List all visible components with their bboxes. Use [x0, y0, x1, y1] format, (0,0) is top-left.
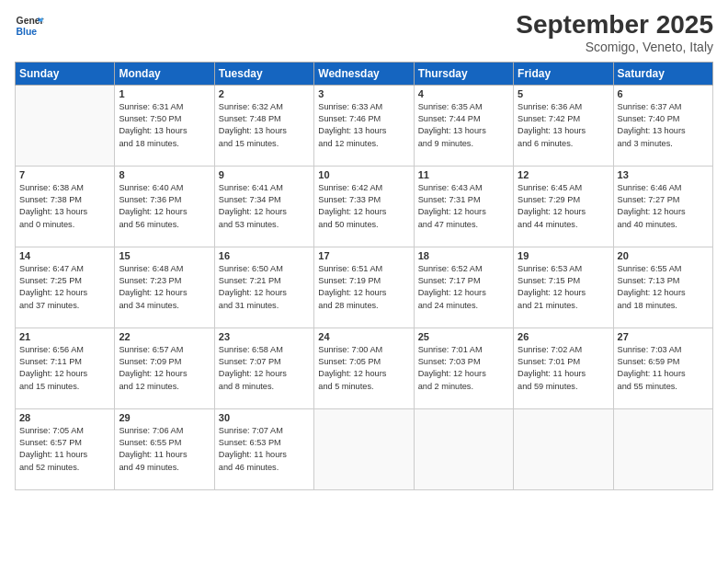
- table-row: [414, 408, 513, 489]
- day-info: Sunrise: 6:46 AM Sunset: 7:27 PM Dayligh…: [618, 182, 709, 231]
- calendar-week-row: 28Sunrise: 7:05 AM Sunset: 6:57 PM Dayli…: [16, 408, 713, 489]
- table-row: [314, 408, 414, 489]
- day-info: Sunrise: 6:36 AM Sunset: 7:42 PM Dayligh…: [518, 101, 609, 150]
- table-row: 18Sunrise: 6:52 AM Sunset: 7:17 PM Dayli…: [414, 247, 513, 327]
- month-title: September 2025: [516, 11, 713, 40]
- day-number: 14: [19, 250, 110, 261]
- day-number: 27: [618, 331, 709, 342]
- col-wednesday: Wednesday: [314, 62, 414, 85]
- day-info: Sunrise: 6:47 AM Sunset: 7:25 PM Dayligh…: [19, 263, 110, 312]
- day-number: 22: [119, 331, 210, 342]
- day-info: Sunrise: 6:33 AM Sunset: 7:46 PM Dayligh…: [318, 101, 409, 150]
- day-info: Sunrise: 7:03 AM Sunset: 6:59 PM Dayligh…: [618, 344, 709, 393]
- table-row: 8Sunrise: 6:40 AM Sunset: 7:36 PM Daylig…: [115, 166, 214, 247]
- day-number: 20: [618, 250, 709, 261]
- table-row: 26Sunrise: 7:02 AM Sunset: 7:01 PM Dayli…: [514, 327, 613, 408]
- day-info: Sunrise: 6:58 AM Sunset: 7:07 PM Dayligh…: [219, 344, 310, 393]
- day-info: Sunrise: 6:31 AM Sunset: 7:50 PM Dayligh…: [119, 101, 210, 150]
- table-row: 15Sunrise: 6:48 AM Sunset: 7:23 PM Dayli…: [115, 247, 214, 327]
- day-info: Sunrise: 7:02 AM Sunset: 7:01 PM Dayligh…: [518, 344, 609, 393]
- day-info: Sunrise: 7:01 AM Sunset: 7:03 PM Dayligh…: [418, 344, 509, 393]
- col-tuesday: Tuesday: [214, 62, 313, 85]
- day-info: Sunrise: 7:00 AM Sunset: 7:05 PM Dayligh…: [318, 344, 409, 393]
- col-thursday: Thursday: [414, 62, 513, 85]
- day-info: Sunrise: 6:45 AM Sunset: 7:29 PM Dayligh…: [518, 182, 609, 231]
- table-row: 14Sunrise: 6:47 AM Sunset: 7:25 PM Dayli…: [16, 247, 115, 327]
- header: General Blue September 2025 Scomigo, Ven…: [15, 11, 713, 54]
- table-row: 3Sunrise: 6:33 AM Sunset: 7:46 PM Daylig…: [314, 85, 414, 166]
- day-info: Sunrise: 6:48 AM Sunset: 7:23 PM Dayligh…: [119, 263, 210, 312]
- table-row: 29Sunrise: 7:06 AM Sunset: 6:55 PM Dayli…: [115, 408, 214, 489]
- svg-text:Blue: Blue: [17, 27, 38, 37]
- day-info: Sunrise: 6:55 AM Sunset: 7:13 PM Dayligh…: [618, 263, 709, 312]
- col-saturday: Saturday: [613, 62, 712, 85]
- table-row: 28Sunrise: 7:05 AM Sunset: 6:57 PM Dayli…: [16, 408, 115, 489]
- calendar-week-row: 21Sunrise: 6:56 AM Sunset: 7:11 PM Dayli…: [16, 327, 713, 408]
- table-row: 11Sunrise: 6:43 AM Sunset: 7:31 PM Dayli…: [414, 166, 513, 247]
- col-friday: Friday: [514, 62, 613, 85]
- day-number: 26: [518, 331, 609, 342]
- day-number: 25: [418, 331, 509, 342]
- table-row: 9Sunrise: 6:41 AM Sunset: 7:34 PM Daylig…: [214, 166, 313, 247]
- day-number: 1: [119, 88, 210, 99]
- table-row: 5Sunrise: 6:36 AM Sunset: 7:42 PM Daylig…: [514, 85, 613, 166]
- day-info: Sunrise: 6:37 AM Sunset: 7:40 PM Dayligh…: [618, 101, 709, 150]
- day-number: 16: [219, 250, 310, 261]
- day-number: 8: [119, 169, 210, 180]
- day-info: Sunrise: 6:57 AM Sunset: 7:09 PM Dayligh…: [119, 344, 210, 393]
- day-number: 23: [219, 331, 310, 342]
- location: Scomigo, Veneto, Italy: [516, 40, 713, 54]
- day-number: 10: [318, 169, 409, 180]
- table-row: 13Sunrise: 6:46 AM Sunset: 7:27 PM Dayli…: [613, 166, 712, 247]
- day-number: 19: [518, 250, 609, 261]
- page: General Blue September 2025 Scomigo, Ven…: [0, 0, 728, 563]
- day-number: 7: [19, 169, 110, 180]
- day-number: 9: [219, 169, 310, 180]
- day-info: Sunrise: 7:06 AM Sunset: 6:55 PM Dayligh…: [119, 425, 210, 474]
- calendar-header-row: Sunday Monday Tuesday Wednesday Thursday…: [16, 62, 713, 85]
- day-number: 6: [618, 88, 709, 99]
- table-row: 4Sunrise: 6:35 AM Sunset: 7:44 PM Daylig…: [414, 85, 513, 166]
- table-row: 2Sunrise: 6:32 AM Sunset: 7:48 PM Daylig…: [214, 85, 313, 166]
- day-info: Sunrise: 6:50 AM Sunset: 7:21 PM Dayligh…: [219, 263, 310, 312]
- table-row: 10Sunrise: 6:42 AM Sunset: 7:33 PM Dayli…: [314, 166, 414, 247]
- day-number: 5: [518, 88, 609, 99]
- day-number: 3: [318, 88, 409, 99]
- calendar-week-row: 7Sunrise: 6:38 AM Sunset: 7:38 PM Daylig…: [16, 166, 713, 247]
- table-row: 27Sunrise: 7:03 AM Sunset: 6:59 PM Dayli…: [613, 327, 712, 408]
- day-number: 18: [418, 250, 509, 261]
- calendar-week-row: 1Sunrise: 6:31 AM Sunset: 7:50 PM Daylig…: [16, 85, 713, 166]
- table-row: 19Sunrise: 6:53 AM Sunset: 7:15 PM Dayli…: [514, 247, 613, 327]
- table-row: 20Sunrise: 6:55 AM Sunset: 7:13 PM Dayli…: [613, 247, 712, 327]
- day-info: Sunrise: 6:53 AM Sunset: 7:15 PM Dayligh…: [518, 263, 609, 312]
- table-row: [16, 85, 115, 166]
- table-row: 24Sunrise: 7:00 AM Sunset: 7:05 PM Dayli…: [314, 327, 414, 408]
- day-number: 28: [19, 412, 110, 423]
- table-row: 12Sunrise: 6:45 AM Sunset: 7:29 PM Dayli…: [514, 166, 613, 247]
- day-info: Sunrise: 6:41 AM Sunset: 7:34 PM Dayligh…: [219, 182, 310, 231]
- day-number: 4: [418, 88, 509, 99]
- table-row: 30Sunrise: 7:07 AM Sunset: 6:53 PM Dayli…: [214, 408, 313, 489]
- day-number: 21: [19, 331, 110, 342]
- title-block: September 2025 Scomigo, Veneto, Italy: [516, 11, 713, 54]
- day-number: 17: [318, 250, 409, 261]
- day-number: 11: [418, 169, 509, 180]
- table-row: 17Sunrise: 6:51 AM Sunset: 7:19 PM Dayli…: [314, 247, 414, 327]
- day-info: Sunrise: 6:42 AM Sunset: 7:33 PM Dayligh…: [318, 182, 409, 231]
- table-row: 7Sunrise: 6:38 AM Sunset: 7:38 PM Daylig…: [16, 166, 115, 247]
- table-row: [613, 408, 712, 489]
- col-sunday: Sunday: [16, 62, 115, 85]
- table-row: [514, 408, 613, 489]
- table-row: 6Sunrise: 6:37 AM Sunset: 7:40 PM Daylig…: [613, 85, 712, 166]
- day-info: Sunrise: 6:51 AM Sunset: 7:19 PM Dayligh…: [318, 263, 409, 312]
- col-monday: Monday: [115, 62, 214, 85]
- day-info: Sunrise: 7:07 AM Sunset: 6:53 PM Dayligh…: [219, 425, 310, 474]
- day-number: 12: [518, 169, 609, 180]
- day-info: Sunrise: 6:40 AM Sunset: 7:36 PM Dayligh…: [119, 182, 210, 231]
- day-number: 15: [119, 250, 210, 261]
- day-number: 2: [219, 88, 310, 99]
- day-number: 29: [119, 412, 210, 423]
- day-info: Sunrise: 6:52 AM Sunset: 7:17 PM Dayligh…: [418, 263, 509, 312]
- day-info: Sunrise: 6:56 AM Sunset: 7:11 PM Dayligh…: [19, 344, 110, 393]
- day-number: 13: [618, 169, 709, 180]
